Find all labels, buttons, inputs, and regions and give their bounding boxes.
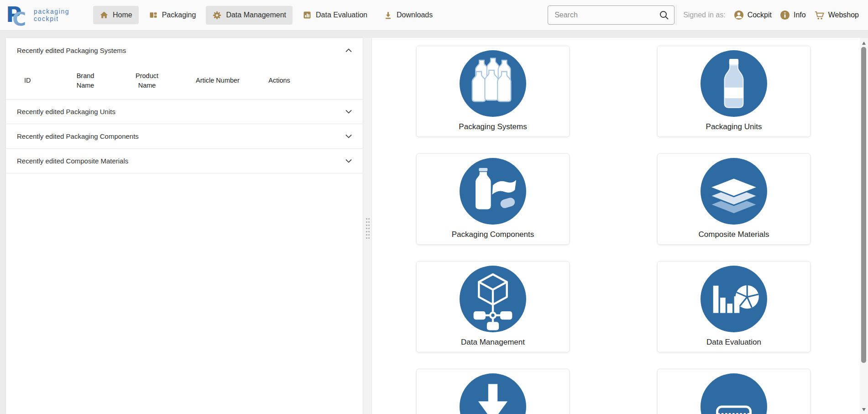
accordion-packaging-units[interactable]: Recently edited Packaging Units — [6, 100, 363, 124]
search-box — [548, 5, 675, 25]
user-name: Cockpit — [748, 11, 772, 19]
accordion-title: Recently edited Packaging Units — [17, 108, 115, 115]
nav-item-packaging[interactable]: Packaging — [142, 6, 203, 24]
nav-divider — [676, 5, 676, 25]
gear-icon — [212, 10, 222, 20]
column-header-actions: Actions — [254, 76, 304, 85]
nav-item-data-management[interactable]: Data Management — [206, 6, 293, 25]
resize-grip-handle[interactable] — [366, 217, 370, 239]
user-icon — [734, 10, 744, 20]
vertical-scrollbar — [860, 38, 868, 414]
accordion-title: Recently edited Packaging Components — [17, 132, 139, 140]
tile-label: Packaging Units — [706, 122, 762, 131]
search-input[interactable] — [554, 11, 659, 19]
tile-composite-materials[interactable]: Composite Materials — [657, 153, 810, 245]
bottle-icon — [701, 50, 767, 117]
logo-monogram-icon: P C — [6, 3, 30, 27]
info-button[interactable]: Info — [780, 10, 806, 20]
scroll-down-arrow[interactable] — [862, 408, 866, 411]
webshop-label: Webshop — [828, 11, 859, 19]
account-area: Signed in as: Cockpit Info Webshop — [683, 10, 859, 21]
cube-network-icon — [460, 266, 526, 332]
tile-data-evaluation[interactable]: Data Evaluation — [657, 261, 810, 352]
bottles-group-icon — [460, 50, 526, 117]
nav-item-data-evaluation[interactable]: Data Evaluation — [296, 6, 374, 24]
bar-pie-chart-icon — [701, 266, 767, 332]
download-icon — [384, 11, 392, 20]
tile-area: Packaging Systems Packaging Units — [372, 38, 860, 414]
tile-label: Composite Materials — [699, 230, 769, 239]
nav-item-label: Data Management — [226, 11, 286, 19]
nav-item-home[interactable]: Home — [93, 6, 139, 24]
accordion-packaging-components[interactable]: Recently edited Packaging Components — [6, 124, 363, 149]
recently-edited-panel: Recently edited Packaging Systems ID Bra… — [6, 38, 363, 414]
webshop-button[interactable]: Webshop — [814, 10, 859, 21]
panel-resizer — [363, 38, 372, 414]
info-label: Info — [794, 11, 806, 19]
tile-label: Data Evaluation — [706, 338, 761, 347]
tile-label: Packaging Systems — [459, 122, 527, 131]
column-header-product-name: Product Name — [113, 71, 181, 90]
top-navbar: P C packaging cockpit Home Packaging — [0, 0, 868, 31]
tile-packaging-units[interactable]: Packaging Units — [657, 46, 810, 137]
nav-item-label: Home — [113, 11, 132, 19]
packaging-icon — [149, 10, 158, 20]
scrollbar-thumb[interactable] — [861, 47, 866, 363]
tile-webshop[interactable]: www — [657, 369, 810, 414]
svg-text:www: www — [717, 409, 750, 414]
layers-icon — [701, 158, 767, 225]
tile-downloads[interactable] — [416, 369, 570, 414]
chevron-up-icon — [345, 48, 352, 52]
tile-label: Packaging Components — [452, 230, 534, 239]
column-header-id: ID — [17, 76, 58, 85]
cart-icon — [814, 10, 825, 21]
accordion-title: Recently edited Packaging Systems — [17, 47, 126, 54]
nav-item-downloads[interactable]: Downloads — [377, 6, 439, 24]
app-logo[interactable]: P C packaging cockpit — [6, 3, 89, 27]
accordion-packaging-systems[interactable]: Recently edited Packaging Systems — [6, 38, 363, 63]
accordion-composite-materials[interactable]: Recently edited Composite Materials — [6, 149, 363, 173]
brand-wordmark: packaging cockpit — [34, 8, 69, 22]
www-globe-icon: www — [701, 373, 767, 414]
packaging-systems-table-header: ID Brand Name Product Name Article Numbe… — [6, 63, 363, 100]
nav-item-label: Downloads — [397, 11, 433, 19]
tile-grid: Packaging Systems Packaging Units — [372, 38, 860, 414]
download-arrow-icon — [460, 373, 526, 414]
chevron-down-icon — [345, 110, 352, 114]
signed-in-label: Signed in as: — [683, 11, 726, 19]
accordion-title: Recently edited Composite Materials — [17, 157, 128, 165]
info-icon — [780, 10, 790, 20]
search-icon[interactable] — [659, 10, 669, 21]
tile-packaging-systems[interactable]: Packaging Systems — [416, 46, 570, 137]
tile-data-management[interactable]: Data Management — [416, 261, 570, 352]
home-icon — [99, 10, 109, 20]
main-content: Recently edited Packaging Systems ID Bra… — [0, 31, 868, 414]
chart-icon — [303, 10, 312, 20]
user-menu[interactable]: Cockpit — [734, 10, 772, 20]
nav-item-label: Packaging — [162, 11, 196, 19]
column-header-brand-name: Brand Name — [58, 71, 113, 90]
tile-packaging-components[interactable]: Packaging Components — [416, 153, 570, 245]
chevron-down-icon — [345, 159, 352, 163]
svg-text:C: C — [12, 8, 26, 27]
scroll-up-arrow[interactable] — [862, 42, 866, 45]
tile-label: Data Management — [461, 338, 525, 347]
chevron-down-icon — [345, 134, 352, 138]
main-nav: Home Packaging — [93, 6, 439, 25]
column-header-article-number: Article Number — [181, 76, 254, 85]
nav-item-label: Data Evaluation — [316, 11, 367, 19]
bottle-components-icon — [460, 158, 526, 225]
